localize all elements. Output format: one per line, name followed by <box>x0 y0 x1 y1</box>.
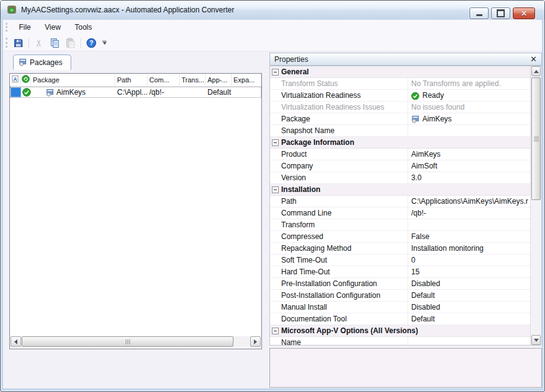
scroll-left-button[interactable] <box>11 336 21 347</box>
collapse-toggle-icon[interactable] <box>272 186 279 193</box>
property-value[interactable] <box>408 125 531 136</box>
property-value[interactable]: Disabled <box>408 302 531 313</box>
column-header-path[interactable]: Path <box>115 74 147 86</box>
collapse-toggle-icon[interactable] <box>272 139 279 146</box>
collapse-toggle-icon[interactable] <box>272 69 279 76</box>
row-command-cell[interactable]: /qb!- <box>148 87 180 97</box>
minimize-button[interactable] <box>469 7 489 19</box>
row-select-cell[interactable] <box>11 87 21 97</box>
property-row[interactable]: CompanyAimSoft <box>270 160 531 172</box>
horizontal-scroll-thumb[interactable] <box>22 336 233 347</box>
toolbar-overflow-icon[interactable] <box>100 36 108 50</box>
property-row[interactable]: PackageAimKeys <box>270 113 531 125</box>
property-value[interactable]: No issues found <box>408 102 531 113</box>
row-appv-cell[interactable]: Default <box>206 87 232 97</box>
vertical-scrollbar[interactable] <box>530 66 541 345</box>
row-transform-cell[interactable] <box>180 87 206 97</box>
property-value[interactable]: Default <box>408 313 531 324</box>
maximize-button[interactable] <box>491 7 510 19</box>
row-expand-cell[interactable] <box>232 87 261 97</box>
property-row[interactable]: Pre-Installation ConfigurationDisabled <box>270 278 531 290</box>
property-value[interactable]: 15 <box>408 266 531 277</box>
property-row[interactable]: Documentation ToolDefault <box>270 313 531 325</box>
property-value[interactable]: AimKeys <box>408 113 531 124</box>
scroll-down-button[interactable] <box>531 335 541 345</box>
property-row[interactable]: Version3.0 <box>270 172 531 184</box>
menu-grip[interactable] <box>6 23 9 32</box>
menu-view[interactable]: View <box>39 20 66 35</box>
property-row[interactable]: CompressedFalse <box>270 231 531 243</box>
property-label: Product <box>280 150 408 159</box>
property-value[interactable]: Ready <box>408 90 531 101</box>
column-header-trans[interactable]: Trans... <box>180 74 206 86</box>
close-button[interactable]: ✕ <box>513 7 535 19</box>
property-value[interactable]: Installation monitoring <box>408 243 531 254</box>
property-value[interactable]: /qb!- <box>408 207 531 219</box>
property-section-row[interactable]: Package Information <box>270 137 531 149</box>
properties-grid: GeneralTransform StatusNo Transforms are… <box>269 66 542 346</box>
property-row[interactable]: Repackaging MethodInstallation monitorin… <box>270 243 531 255</box>
property-row[interactable]: Transform StatusNo Transforms are applie… <box>270 78 531 90</box>
column-header-status-refresh-icon[interactable] <box>20 74 31 86</box>
row-margin <box>270 207 280 219</box>
property-value[interactable]: No Transforms are applied. <box>408 78 531 89</box>
menu-tools[interactable]: Tools <box>69 20 98 35</box>
properties-close-icon[interactable]: ✕ <box>530 55 537 63</box>
column-header-package[interactable]: Package <box>31 74 115 86</box>
vertical-scroll-thumb[interactable] <box>531 77 541 200</box>
property-row[interactable]: Transform <box>270 219 531 231</box>
property-row[interactable]: ProductAimKeys <box>270 149 531 160</box>
help-button[interactable]: ? <box>84 36 98 50</box>
column-header-com[interactable]: Com... <box>147 74 180 86</box>
property-value[interactable]: AimKeys <box>408 149 531 160</box>
row-package-cell[interactable]: AimKeys <box>32 87 116 97</box>
property-row[interactable]: Manual InstallDisabled <box>270 302 531 313</box>
property-row[interactable]: Virtualization ReadinessReady <box>270 90 531 102</box>
property-row[interactable]: Virtualization Readiness IssuesNo issues… <box>270 102 531 113</box>
property-value[interactable]: Disabled <box>408 278 531 289</box>
property-label: Hard Time-Out <box>280 268 408 276</box>
toolbar-grip[interactable] <box>6 38 9 48</box>
menu-file[interactable]: File <box>13 20 36 35</box>
column-header-app[interactable]: App-... <box>206 74 232 86</box>
copy-button[interactable] <box>48 36 62 50</box>
property-section-row[interactable]: General <box>270 66 531 78</box>
package-row-aimkeys[interactable]: AimKeys C:\Appl... /qb!- Default <box>10 87 261 98</box>
collapse-toggle-icon[interactable] <box>272 328 279 334</box>
property-row[interactable]: Soft Time-Out0 <box>270 255 531 266</box>
property-row[interactable]: PathC:\Applications\AimKeys\AimKeys.r <box>270 196 531 207</box>
property-section-row[interactable]: Microsoft App-V Options (All Versions) <box>270 325 531 337</box>
property-value[interactable]: AimSoft <box>408 160 531 172</box>
row-margin <box>270 313 280 324</box>
scroll-right-button[interactable] <box>250 336 261 347</box>
property-row[interactable]: Command Line/qb!- <box>270 207 531 219</box>
property-row[interactable]: Name <box>270 337 531 346</box>
property-row[interactable]: Snapshot Name <box>270 125 531 137</box>
status-ok-icon <box>22 88 31 97</box>
scroll-up-button[interactable] <box>531 66 541 76</box>
row-margin <box>270 302 280 313</box>
property-value[interactable]: C:\Applications\AimKeys\AimKeys.r <box>408 196 531 207</box>
property-value[interactable]: 0 <box>408 255 531 266</box>
row-path-cell[interactable]: C:\Appl... <box>116 87 148 97</box>
row-margin <box>270 78 280 89</box>
property-value[interactable]: 3.0 <box>408 172 531 183</box>
property-row[interactable]: Post-Installation ConfigurationDefault <box>270 290 531 302</box>
selection-indicator <box>11 87 21 97</box>
column-header-report-icon[interactable]: A <box>10 74 20 86</box>
column-header-expa[interactable]: Expa... <box>232 74 261 86</box>
titlebar[interactable]: MyAACSettings.convwiz.aacx - Automated A… <box>1 1 544 19</box>
save-button[interactable] <box>11 36 25 50</box>
horizontal-scrollbar[interactable] <box>11 336 261 347</box>
row-margin <box>270 172 280 183</box>
property-value[interactable] <box>408 219 531 230</box>
property-label: Pre-Installation Configuration <box>280 279 408 288</box>
property-row[interactable]: Hard Time-Out15 <box>270 266 531 278</box>
property-value[interactable]: False <box>408 231 531 242</box>
property-value[interactable]: Default <box>408 290 531 301</box>
tab-packages[interactable]: Packages <box>13 54 71 70</box>
property-section-row[interactable]: Installation <box>270 184 531 196</box>
property-value[interactable] <box>408 337 531 346</box>
close-icon: ✕ <box>521 10 527 17</box>
property-label: Repackaging Method <box>280 244 408 253</box>
